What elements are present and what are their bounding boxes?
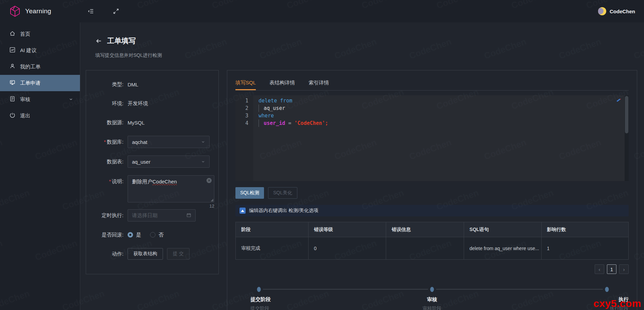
schedule-label: 定时执行: (86, 212, 123, 219)
resize-handle[interactable] (211, 199, 213, 201)
line-number: 4 (235, 119, 253, 127)
code-line: 1 delete from (235, 97, 629, 104)
line-number: 2 (235, 104, 253, 112)
main-content: 工单填写 填写提交信息并对SQL进行检测 类型: DML 环境: 开发环境 (80, 22, 644, 310)
sidebar-item-label: 我的工单 (20, 64, 40, 70)
line-number: 1 (235, 97, 253, 104)
workflow-steps: 提交阶段 提交阶段 审核 审核阶段 执行 执行阶段 (235, 287, 629, 310)
sidebar-item-label: 工单申请 (20, 80, 40, 86)
column-header: 影响行数 (541, 222, 628, 237)
caret-up-icon (240, 208, 246, 214)
editor-hint-alert: 编辑器内右键调出 检测/美化选项 (235, 205, 629, 216)
prev-page-button[interactable]: ‹ (595, 264, 604, 274)
sql-check-button[interactable]: SQL检测 (235, 187, 264, 199)
description-label: 说明: (112, 178, 123, 184)
table-select[interactable]: aq_user (128, 156, 210, 168)
chevron-down-icon (201, 159, 205, 165)
tab-fill-sql[interactable]: 填写SQL (235, 80, 256, 90)
error-info-cell (386, 237, 464, 260)
rollback-option-no[interactable]: 否 (150, 232, 164, 238)
column-header: 阶段 (236, 222, 309, 237)
step-line (263, 289, 428, 290)
table-select-value: aq_user (132, 159, 150, 165)
collapse-sidebar-icon[interactable] (88, 8, 94, 14)
date-placeholder: 请选择日期 (132, 212, 158, 219)
pagination: ‹ 1 › (235, 264, 629, 274)
description-textarea[interactable]: 删除用户CodeChen ✕ (128, 175, 214, 202)
step-dot (257, 287, 261, 292)
tab-table-structure[interactable]: 表结构详情 (269, 80, 295, 90)
description-misspelled-text: CodeChen (152, 179, 177, 184)
database-select-value: aqchat (132, 139, 147, 145)
sql-code-editor[interactable]: 1 delete from 2 aq_user 3 where (235, 95, 629, 181)
char-count: 12 (128, 203, 214, 209)
editor-scrollbar-thumb[interactable] (625, 96, 628, 133)
monitor-sql-icon (10, 80, 15, 86)
next-page-button[interactable]: › (619, 264, 629, 274)
sql-cell: delete from aq_user where use... (464, 237, 542, 260)
code-line: 3 where (235, 112, 629, 119)
env-label: 环境: (86, 100, 123, 107)
yearning-logo-icon (9, 5, 21, 17)
page-1-button[interactable]: 1 (607, 264, 616, 274)
back-arrow-icon[interactable] (95, 38, 102, 44)
sidebar-item-my-orders[interactable]: 我的工单 (0, 59, 80, 75)
home-icon (10, 31, 15, 37)
tab-index-detail[interactable]: 索引详情 (309, 80, 329, 90)
column-header: 错误信息 (386, 222, 464, 237)
clear-icon[interactable]: ✕ (207, 178, 212, 183)
sidebar-item-home[interactable]: 首页 (0, 26, 80, 42)
sidebar-item-label: 首页 (20, 31, 30, 37)
page-header: 工单填写 填写提交信息并对SQL进行检测 (95, 36, 637, 59)
type-value: DML (128, 82, 138, 87)
editor-scrollbar[interactable] (625, 95, 629, 181)
order-form-card: 类型: DML 环境: 开发环境 数据源: MySQL *数据库: a (86, 70, 219, 274)
code-line: 4 user_id = 'CodeChen'; (235, 119, 629, 127)
fullscreen-icon[interactable] (113, 8, 119, 14)
user-menu[interactable]: CodeChen (598, 7, 635, 15)
sidebar-item-logout[interactable]: 退出 (0, 108, 80, 124)
indent-guide (259, 104, 264, 112)
step-dot (430, 287, 434, 292)
sidebar-item-audit[interactable]: 审核 (0, 91, 80, 108)
chevron-down-icon (201, 139, 205, 145)
rollback-radio-group: 是 否 (128, 232, 164, 238)
user-icon (10, 63, 15, 70)
radio-checked-icon (128, 232, 133, 238)
table-row: 审核完成 0 delete from aq_user where use... … (236, 237, 629, 260)
brand: Yearning (9, 5, 80, 17)
page-title: 工单填写 (107, 36, 136, 46)
column-header: SQL语句 (464, 222, 542, 237)
audit-doc-icon (10, 96, 15, 103)
env-value: 开发环境 (128, 100, 148, 107)
rollback-option-yes[interactable]: 是 (128, 232, 141, 238)
tab-bar: 填写SQL 表结构详情 索引详情 (235, 70, 629, 91)
radio-unchecked-icon (150, 232, 155, 238)
submit-button[interactable]: 提 交 (167, 248, 189, 260)
sidebar-item-ai-advice[interactable]: AI 建议 (0, 42, 80, 59)
user-name: CodeChen (610, 9, 635, 14)
page-subtitle: 填写提交信息并对SQL进行检测 (95, 52, 637, 59)
action-label: 动作: (86, 250, 123, 257)
rollback-label: 是否回滚: (86, 231, 123, 238)
avatar-moon-icon (598, 7, 606, 15)
schedule-date-input[interactable]: 请选择日期 (128, 209, 196, 222)
sidebar-item-order-apply[interactable]: 工单申请 (0, 75, 80, 91)
affected-rows-cell: 1 (541, 237, 628, 260)
sidebar-item-label: 审核 (20, 96, 30, 103)
step-execute: 执行 执行阶段 (610, 296, 629, 310)
database-select[interactable]: aqchat (128, 136, 210, 148)
database-label: 数据库: (107, 139, 123, 145)
source-label: 数据源: (86, 119, 123, 126)
sql-beautify-button[interactable]: SQL美化 (268, 187, 297, 199)
required-mark: * (109, 179, 111, 184)
chart-icon (10, 47, 15, 54)
required-mark: * (104, 139, 105, 145)
check-result-table: 阶段 错误等级 错误信息 SQL语句 影响行数 审核完成 0 (235, 222, 629, 260)
sidebar-item-label: 退出 (20, 113, 30, 119)
line-number: 3 (235, 112, 253, 119)
stage-cell: 审核完成 (236, 237, 309, 260)
code-line: 2 aq_user (235, 104, 629, 112)
get-table-structure-button[interactable]: 获取表结构 (128, 248, 163, 260)
sidebar: 首页 AI 建议 我的工单 工单申请 审核 退出 (0, 22, 80, 310)
